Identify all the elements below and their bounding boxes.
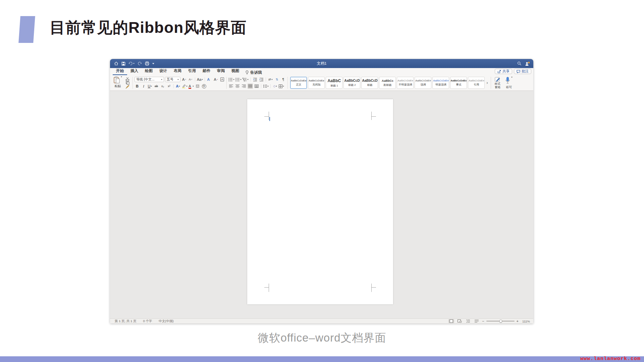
style-tile[interactable]: AaBbCc 副标题 [379, 77, 396, 89]
italic-button[interactable]: I [141, 83, 146, 89]
share-button[interactable]: 共享 [495, 69, 512, 74]
font-color-button[interactable]: A [189, 83, 194, 89]
strikethrough-button[interactable]: ab [154, 83, 159, 89]
phonetic-guide-button[interactable]: A﹅ [207, 77, 212, 82]
increase-indent-button[interactable] [259, 77, 264, 82]
shrink-font-button[interactable]: A˅ [188, 77, 193, 82]
bold-button[interactable]: B [135, 83, 140, 89]
text-cursor [269, 117, 270, 121]
comments-button[interactable]: 批注 [514, 69, 531, 74]
ribbon-tab[interactable]: 视图 [228, 67, 243, 75]
copy-icon[interactable] [125, 81, 130, 85]
ribbon-tab[interactable]: 审阅 [214, 67, 228, 75]
style-name: 标题 1 [330, 84, 338, 87]
draft-view-button[interactable] [474, 319, 479, 323]
asian-layout-button[interactable]: ⇄ [268, 77, 273, 82]
style-sample: AaBbCcDdEe [309, 79, 324, 82]
style-name: 明显强调 [435, 83, 446, 86]
style-sample: AaBbCcDdEe [415, 79, 431, 82]
margin-crop-mark [264, 287, 269, 288]
dictate-button[interactable]: 听写 [504, 76, 514, 89]
dictate-caret[interactable] [511, 77, 513, 78]
style-tile[interactable]: AaBbCcDdEe 引用 [468, 77, 485, 89]
font-name-caret [161, 79, 162, 80]
distribute-text-button[interactable] [254, 83, 259, 89]
numbered-list-button[interactable] [235, 77, 241, 82]
style-tile[interactable]: AaBbCcDdEe 无间隔 [308, 77, 325, 89]
style-tile[interactable]: AaBbCcDdEe 正文 [290, 77, 307, 89]
change-case-button[interactable]: Aa [197, 77, 203, 82]
zoom-track[interactable] [486, 321, 515, 321]
style-tile[interactable]: AaBbCcDdEe 明显强调 [432, 77, 449, 89]
ribbon-tab[interactable]: 邮件 [199, 67, 214, 75]
clear-formatting-button[interactable]: A× [213, 77, 218, 82]
status-item[interactable]: 0 个字 [143, 319, 152, 323]
superscript-button[interactable]: x² [166, 83, 172, 89]
document-canvas[interactable] [110, 91, 533, 318]
character-border-button[interactable]: A [219, 77, 225, 82]
ribbon-tab[interactable]: 布局 [170, 67, 185, 75]
more-styles-arrow[interactable]: › [486, 80, 488, 85]
search-icon[interactable] [517, 61, 522, 66]
bullet-list-button[interactable] [228, 77, 234, 82]
zoom-percentage[interactable]: 111% [521, 319, 530, 323]
style-tile[interactable]: AaBbCcD 标题 [361, 77, 378, 89]
enclose-characters-button[interactable]: 字 [201, 83, 207, 89]
styles-pane-button[interactable]: 样式 窗格 [493, 76, 502, 89]
sort-button[interactable]: ⇅ [274, 77, 279, 82]
share-contact-icon[interactable] [525, 61, 530, 66]
paste-dropdown-caret[interactable] [121, 76, 122, 77]
ribbon-tab[interactable]: 引用 [185, 67, 199, 75]
status-item[interactable]: 第 1 页, 共 1 页 [115, 319, 136, 323]
styles-gallery: AaBbCcDdEe 正文 AaBbCcDdEe 无间隔 AaBbC 标题 1 … [289, 76, 489, 89]
tell-me-button[interactable]: 告诉我 [243, 70, 265, 75]
style-sample: AaBbCcDdEe [450, 79, 467, 82]
zoom-thumb[interactable] [499, 320, 502, 323]
font-name-combo[interactable]: 等线 (中文... [135, 77, 164, 82]
subscript-button[interactable]: x₂ [160, 83, 165, 89]
justify-button[interactable] [248, 83, 253, 89]
style-tile[interactable]: AaBbC 标题 1 [326, 77, 342, 89]
cut-icon[interactable] [125, 77, 130, 81]
outline-view-button[interactable] [465, 319, 471, 323]
style-tile[interactable]: AaBbCcDdEe 不明显强调 [397, 77, 414, 89]
paste-button[interactable]: 粘贴 [112, 76, 123, 89]
document-page[interactable] [247, 99, 393, 304]
style-tile[interactable]: AaBbCcDdEe 强调 [415, 77, 431, 89]
highlight-color-button[interactable] [182, 83, 187, 89]
styles-pane-label: 样式 窗格 [495, 82, 500, 89]
borders-button[interactable] [279, 83, 284, 89]
ribbon-tab[interactable]: 绘图 [142, 67, 156, 75]
ribbon: 粘贴 等线 (中文... [110, 75, 533, 91]
status-item[interactable]: 中文(中国) [159, 319, 173, 323]
shading-button[interactable]: ◇ [272, 83, 278, 89]
align-center-button[interactable] [235, 83, 240, 89]
style-tile[interactable]: AaBbCcDdEe 要点 [450, 77, 467, 89]
format-painter-icon[interactable] [125, 85, 130, 89]
character-shading-button[interactable]: A [195, 83, 200, 89]
style-tile[interactable]: AaBbCcD 标题 2 [343, 77, 360, 89]
style-sample: AaBbCcDdEe [469, 79, 484, 82]
text-effects-button[interactable]: A [175, 83, 181, 89]
decrease-indent-button[interactable] [252, 77, 258, 82]
align-right-button[interactable] [241, 83, 247, 89]
show-marks-button[interactable]: ¶ [280, 77, 286, 82]
share-label: 共享 [502, 69, 509, 74]
web-layout-view-button[interactable] [457, 319, 463, 323]
font-size-combo[interactable]: 五号 [165, 77, 180, 82]
ribbon-tab[interactable]: 插入 [127, 67, 142, 75]
multilevel-list-button[interactable] [243, 77, 249, 82]
ribbon-tab[interactable]: 开始 [113, 67, 127, 75]
zoom-slider[interactable]: − + [482, 319, 519, 323]
print-layout-view-button[interactable] [448, 319, 454, 323]
zoom-out-icon[interactable]: − [482, 319, 484, 323]
line-spacing-button[interactable] [263, 83, 269, 89]
margin-crop-mark [371, 284, 372, 292]
margin-crop-mark [264, 116, 269, 117]
underline-button[interactable]: U [147, 83, 153, 89]
align-left-button[interactable] [228, 83, 234, 89]
font-size-value: 五号 [167, 77, 173, 82]
grow-font-button[interactable]: A˄ [181, 77, 187, 82]
zoom-in-icon[interactable]: + [517, 319, 519, 323]
ribbon-tab[interactable]: 设计 [156, 67, 170, 75]
